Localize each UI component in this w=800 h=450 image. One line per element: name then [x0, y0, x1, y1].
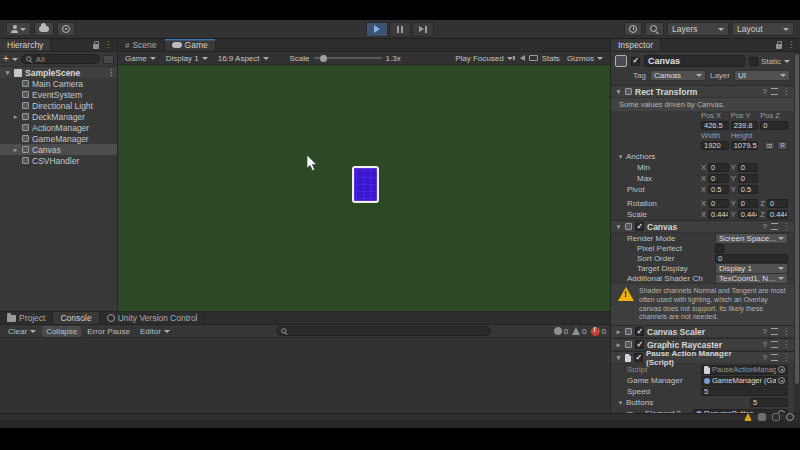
add-gameobject-button[interactable]: +	[3, 54, 9, 64]
kebab-menu-icon[interactable]	[104, 41, 112, 49]
scale-y-field[interactable]: 0.4442	[738, 210, 759, 219]
pixel-perfect-checkbox[interactable]	[715, 244, 724, 253]
preset-icon[interactable]	[771, 341, 778, 348]
component-header-canvas[interactable]: Canvas	[611, 220, 794, 233]
foldout-icon[interactable]	[12, 113, 19, 121]
rotation-x-field[interactable]: 0	[708, 199, 729, 208]
lock-icon[interactable]	[93, 44, 99, 49]
component-enabled-checkbox[interactable]	[635, 222, 644, 231]
scale-x-field[interactable]: 0.4442	[708, 210, 729, 219]
tab-console[interactable]: Console	[53, 312, 99, 324]
cache-status-icon[interactable]	[772, 413, 780, 421]
foldout-icon[interactable]	[617, 153, 624, 161]
component-header-rect-transform[interactable]: Rect Transform	[611, 85, 794, 98]
script-object-field[interactable]: PauseActionManager	[701, 365, 788, 375]
foldout-icon[interactable]	[615, 328, 622, 336]
preset-icon[interactable]	[771, 88, 778, 95]
component-header-pause-action-manager[interactable]: Pause Action Manager (Script)	[611, 351, 794, 364]
chevron-down-icon[interactable]	[784, 60, 790, 63]
hierarchy-item-actionmanager[interactable]: ActionManager	[0, 122, 117, 133]
buttons-foldout-row[interactable]: Buttons 5	[611, 397, 794, 408]
layer-dropdown[interactable]: UI	[734, 70, 790, 81]
error-pause-button[interactable]: Error Pause	[83, 326, 134, 337]
component-enabled-checkbox[interactable]	[635, 340, 644, 349]
inspector-scrollbar[interactable]	[794, 52, 800, 413]
warning-count-toggle[interactable]: 0	[572, 327, 586, 336]
kebab-menu-icon[interactable]	[787, 41, 795, 49]
tab-unity-version-control[interactable]: Unity Version Control	[100, 312, 206, 324]
play-focused-dropdown[interactable]: Play Focused	[452, 53, 515, 64]
preset-icon[interactable]	[771, 354, 778, 361]
scale-slider-knob[interactable]	[320, 55, 327, 62]
console-status-icon[interactable]	[758, 413, 766, 421]
undo-history-button[interactable]	[624, 22, 642, 36]
hierarchy-item-gamemanager[interactable]: GameManager	[0, 133, 117, 144]
info-count-toggle[interactable]: 0	[554, 327, 568, 336]
anchor-min-y-field[interactable]: 0	[738, 163, 759, 172]
anchors-foldout[interactable]: Anchors	[611, 151, 794, 162]
hierarchy-item-canvas[interactable]: Canvas	[0, 144, 117, 155]
preset-icon[interactable]	[771, 328, 778, 335]
game-viewport[interactable]	[118, 65, 610, 311]
tab-project[interactable]: Project	[0, 312, 53, 324]
component-enabled-checkbox[interactable]	[634, 353, 643, 362]
pos-y-field[interactable]: 239.8	[731, 121, 759, 130]
help-icon[interactable]	[763, 340, 767, 349]
hierarchy-item-deckmanager[interactable]: DeckManager	[0, 111, 117, 122]
kebab-menu-icon[interactable]	[782, 354, 790, 362]
cloud-button[interactable]	[34, 22, 54, 36]
object-picker-icon[interactable]	[778, 366, 785, 373]
foldout-icon[interactable]	[617, 399, 624, 407]
tab-scene[interactable]: Scene	[118, 39, 165, 51]
chevron-down-icon[interactable]	[12, 58, 18, 61]
object-picker-icon[interactable]	[778, 377, 785, 384]
buttons-size-field[interactable]: 5	[750, 398, 788, 407]
tab-game[interactable]: Game	[165, 39, 216, 51]
game-manager-object-field[interactable]: GameManager (Game Manag	[701, 376, 788, 386]
tab-inspector[interactable]: Inspector	[611, 39, 661, 51]
kebab-menu-icon[interactable]	[782, 328, 790, 336]
component-enabled-checkbox[interactable]	[635, 327, 644, 336]
kebab-menu-icon[interactable]	[107, 69, 117, 77]
aspect-dropdown[interactable]: 16:9 Aspect	[215, 53, 272, 64]
hierarchy-item-eventsystem[interactable]: EventSystem	[0, 89, 117, 100]
tab-hierarchy[interactable]: Hierarchy	[0, 39, 51, 51]
rotation-y-field[interactable]: 0	[738, 199, 759, 208]
target-display-dropdown[interactable]: Display 1	[715, 263, 788, 274]
clear-button[interactable]: Clear	[4, 326, 40, 337]
active-checkbox[interactable]	[631, 57, 640, 66]
kebab-menu-icon[interactable]	[782, 341, 790, 349]
hierarchy-filter-button[interactable]	[103, 55, 114, 64]
step-button[interactable]	[412, 22, 434, 37]
help-icon[interactable]	[763, 327, 767, 336]
display-dropdown[interactable]: Display 1	[163, 53, 211, 64]
activity-warning-icon[interactable]	[744, 413, 752, 421]
scale-slider[interactable]	[314, 57, 382, 59]
pos-z-field[interactable]: 0	[760, 121, 788, 130]
play-button[interactable]	[366, 22, 388, 37]
scrollbar-thumb[interactable]	[795, 54, 799, 384]
component-header-canvas-scaler[interactable]: Canvas Scaler	[611, 325, 794, 338]
mute-audio-icon[interactable]	[520, 55, 525, 61]
console-log-area[interactable]	[0, 338, 610, 413]
preset-icon[interactable]	[771, 223, 778, 230]
gizmos-dropdown[interactable]: Gizmos	[564, 53, 606, 64]
settings-button[interactable]	[57, 22, 75, 36]
stats-button[interactable]: Stats	[542, 54, 560, 63]
foldout-icon[interactable]	[615, 88, 622, 96]
foldout-icon[interactable]	[615, 223, 622, 231]
pos-x-field[interactable]: 426.5	[701, 121, 729, 130]
anchor-max-y-field[interactable]: 0	[738, 174, 759, 183]
blueprint-mode-button[interactable]: ⊡	[764, 141, 775, 150]
search-everything-button[interactable]	[645, 22, 664, 36]
help-icon[interactable]	[763, 353, 767, 362]
render-mode-dropdown[interactable]: Screen Space - Overlay	[715, 233, 788, 244]
kebab-menu-icon[interactable]	[782, 88, 790, 96]
foldout-icon[interactable]	[4, 69, 11, 77]
foldout-icon[interactable]	[615, 341, 622, 349]
lock-icon[interactable]	[776, 44, 782, 49]
hierarchy-item-main-camera[interactable]: Main Camera	[0, 78, 117, 89]
additional-shader-dropdown[interactable]: TexCoord1, Normal, Tangent	[715, 273, 788, 284]
pause-button[interactable]	[389, 22, 411, 37]
tag-dropdown[interactable]: Canvas	[650, 70, 706, 81]
